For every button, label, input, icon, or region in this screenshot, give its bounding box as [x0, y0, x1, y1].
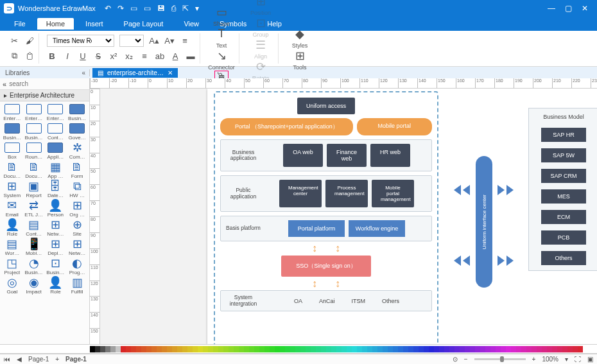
active-page[interactable]: Page-1	[65, 356, 87, 363]
bm-item[interactable]: SAP 5W	[541, 148, 586, 162]
library-shape[interactable]: 📱Mobi…	[24, 239, 44, 257]
library-shape[interactable]: 🗄Date…	[46, 181, 65, 199]
font-size-select[interactable]: 12	[119, 35, 144, 47]
library-shape[interactable]: ✉Email	[3, 200, 22, 218]
library-shape[interactable]: 🗎Docu…	[3, 162, 22, 180]
hr-web-box[interactable]: HR web	[370, 144, 410, 167]
underline-icon[interactable]: U	[78, 51, 88, 61]
font-family-select[interactable]: Times New Roman	[47, 35, 114, 47]
menu-view[interactable]: View	[175, 18, 208, 30]
menu-insert[interactable]: Insert	[76, 18, 112, 30]
portal-platform-box[interactable]: Portal platform	[288, 220, 345, 237]
basis-platform-section[interactable]: Basis platform Portal platform Workflow …	[220, 216, 432, 241]
collapse-libs-icon[interactable]: «	[82, 69, 85, 76]
prev-page-icon[interactable]: ◀	[17, 356, 22, 363]
library-shape[interactable]: Enter…	[3, 104, 22, 122]
text-button[interactable]: TText	[208, 27, 235, 49]
mgmt-center-box[interactable]: Management center	[279, 180, 322, 207]
mobile-mgmt-box[interactable]: Mobile portal management	[372, 180, 414, 207]
library-shape[interactable]: ◉Impact	[24, 277, 44, 295]
align-icon[interactable]: ≡	[180, 36, 190, 46]
cut-icon[interactable]: ✂	[9, 36, 19, 46]
bm-item[interactable]: ECM	[541, 210, 586, 224]
align-button[interactable]: ☰Align	[247, 38, 274, 60]
page[interactable]: Uniform access Portal （Sharepoint+portal…	[207, 89, 597, 344]
library-shape[interactable]: Busin…	[3, 123, 22, 141]
library-shape[interactable]: ▥Fulfill	[67, 277, 87, 295]
bm-item[interactable]: SAP CRM	[541, 169, 586, 183]
print-icon[interactable]: ⎙	[171, 4, 176, 13]
copy-icon[interactable]: ⧉	[9, 51, 19, 61]
menu-file[interactable]: File	[5, 18, 35, 30]
library-shape[interactable]: 🗎Docu…	[24, 162, 44, 180]
paste-icon[interactable]: 📋︎	[24, 51, 35, 61]
library-shape[interactable]: ⇄ETL J…	[24, 200, 44, 218]
menu-page-layout[interactable]: Page Layout	[115, 18, 173, 30]
library-shape[interactable]: 👤Person	[46, 200, 65, 218]
font-color-icon[interactable]: A	[170, 51, 180, 61]
zoom-slider[interactable]	[474, 358, 526, 360]
library-shape[interactable]: ⊕Site	[67, 220, 87, 238]
portal-app-box[interactable]: Portal （Sharepoint+portal application）	[220, 118, 353, 135]
bm-item[interactable]: PCB	[541, 230, 586, 245]
first-page-icon[interactable]: ⏮	[4, 356, 10, 363]
library-shape[interactable]: Box	[3, 143, 22, 160]
bullet-icon[interactable]: ≡	[139, 51, 150, 61]
public-app-section[interactable]: Public application Management center Pro…	[220, 175, 432, 212]
business-app-section[interactable]: Business application OA web Finance web …	[220, 139, 432, 171]
library-shape[interactable]: 🗎Form	[67, 162, 87, 180]
workflow-engine-box[interactable]: Workflow engine	[349, 220, 405, 237]
library-shape[interactable]: ⧉HW …	[67, 181, 87, 199]
shape-button[interactable]: ▭Shape	[208, 5, 235, 27]
maximize-button[interactable]: ▢	[560, 4, 576, 13]
menu-home[interactable]: Home	[37, 18, 74, 30]
add-page-icon[interactable]: +	[55, 356, 59, 363]
mobile-portal-box[interactable]: Mobile portal	[357, 118, 432, 135]
connector-button[interactable]: ↘Connector	[208, 49, 235, 71]
diagram-container[interactable]: Uniform access Portal （Sharepoint+portal…	[214, 91, 438, 344]
business-model-panel[interactable]: Business Model SAP HR SAP 5W SAP CRM MES…	[528, 108, 597, 271]
library-shape[interactable]: ⊞Org …	[67, 200, 87, 218]
tools-button[interactable]: ⊞Tools	[286, 49, 313, 71]
spacing-icon[interactable]: ab	[155, 51, 165, 61]
library-shape[interactable]: ◎Goal	[3, 277, 22, 295]
library-shape[interactable]: ⊞Netw…	[67, 239, 87, 257]
library-category[interactable]: ▸Enterprise Architecture	[0, 90, 89, 101]
document-tab[interactable]: ▤ enterprise-archite… ✕	[92, 68, 178, 78]
bold-icon[interactable]: B	[47, 51, 57, 61]
group-button[interactable]: ⊡Group	[247, 16, 274, 38]
zoom-out-icon[interactable]: −	[464, 356, 468, 363]
search-input[interactable]	[9, 80, 91, 87]
highlight-icon[interactable]: ▬	[186, 51, 196, 61]
subscript-icon[interactable]: x₂	[124, 51, 134, 61]
styles-button[interactable]: ◆Styles	[286, 27, 313, 49]
zoom-in-icon[interactable]: +	[532, 356, 536, 363]
zoom-dropdown-icon[interactable]: ▾	[565, 356, 568, 363]
italic-icon[interactable]: I	[62, 51, 73, 61]
library-shape[interactable]: Busin…	[24, 123, 44, 141]
library-shape[interactable]: Enter…	[24, 104, 44, 122]
bm-item[interactable]: MES	[541, 189, 586, 204]
redo-icon[interactable]: ↷	[117, 4, 124, 13]
library-shape[interactable]: ◳Project	[3, 258, 22, 276]
bm-item[interactable]: SAP HR	[541, 128, 586, 142]
export-icon[interactable]: ⇱	[182, 4, 189, 13]
position-button[interactable]: ⊞Position	[247, 0, 274, 16]
oa-web-box[interactable]: OA web	[283, 144, 323, 167]
library-shape[interactable]: ◔Busin…	[24, 258, 44, 276]
format-painter-icon[interactable]: 🖌	[24, 36, 35, 46]
finance-web-box[interactable]: Finance web	[327, 144, 367, 167]
library-shape[interactable]: ◐Prog…	[67, 258, 87, 276]
sso-box[interactable]: SSO（Single sign on）	[281, 256, 371, 277]
library-shape[interactable]: ▣Report	[24, 181, 44, 199]
library-shape[interactable]: ⊞System	[3, 181, 22, 199]
library-shape[interactable]: Cont…	[46, 123, 65, 141]
library-shape[interactable]: Enter…	[46, 104, 65, 122]
open-icon[interactable]: ▭	[144, 4, 151, 13]
strike-icon[interactable]: S̶	[93, 51, 103, 61]
library-shape[interactable]: Busin…	[67, 104, 87, 122]
zoom-fit-icon[interactable]: ⊙	[453, 356, 458, 363]
new-icon[interactable]: ▭	[130, 4, 137, 13]
decrease-font-icon[interactable]: A▾	[164, 36, 175, 46]
library-shape[interactable]: ✲Com…	[67, 143, 87, 160]
